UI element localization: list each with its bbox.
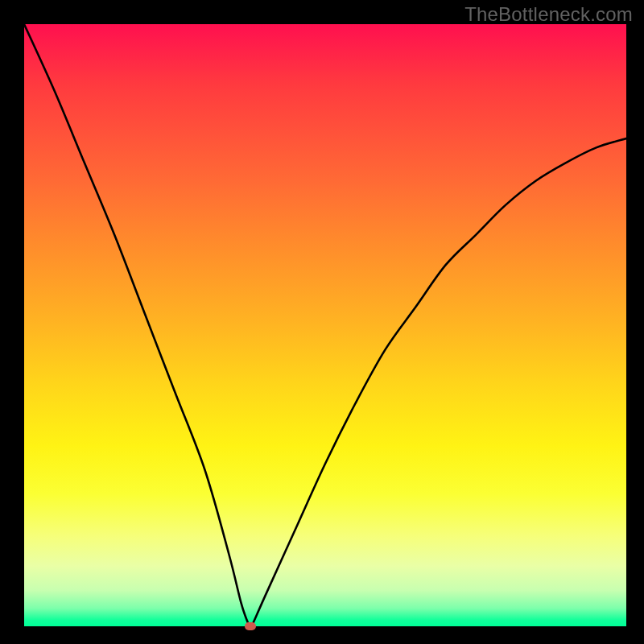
watermark-text: TheBottleneck.com bbox=[464, 3, 633, 26]
bottleneck-curve bbox=[24, 24, 626, 626]
chart-plot-area bbox=[24, 24, 626, 626]
chart-frame: TheBottleneck.com bbox=[0, 0, 644, 644]
optimal-point-marker bbox=[245, 622, 256, 630]
